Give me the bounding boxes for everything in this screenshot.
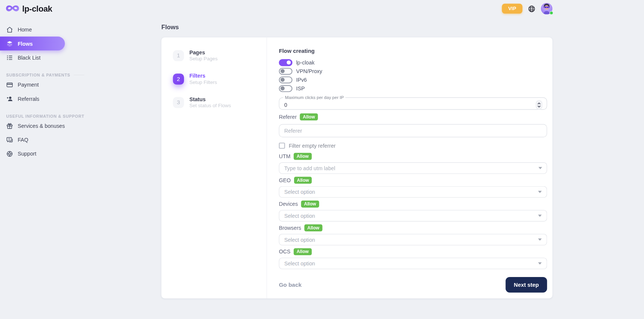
referer-input[interactable] — [279, 124, 547, 137]
step-subtitle: Set status of Flows — [189, 103, 231, 109]
person-add-icon — [6, 95, 13, 102]
toggle-row-ipv6: IPv6 — [279, 76, 547, 84]
brand-logo[interactable]: lp-cloak — [6, 4, 52, 13]
utm-label-row: UTM Allow — [279, 153, 547, 160]
utm-combo — [279, 162, 547, 174]
ocs-allow-badge[interactable]: Allow — [294, 248, 312, 255]
sidebar-item-home[interactable]: Home — [0, 22, 66, 36]
form-title: Flow creating — [279, 48, 547, 55]
chevron-down-icon — [538, 238, 542, 241]
flow-panel: 1 Pages Setup Pages 2 Filters Setup Filt… — [161, 37, 553, 298]
isp-toggle[interactable] — [279, 85, 292, 92]
sidebar-item-referrals[interactable]: Referrals — [0, 91, 66, 105]
toggle-label: ISP — [296, 85, 305, 91]
step-filters[interactable]: 2 Filters Setup Filters — [173, 71, 267, 87]
max-clicks-label: Maximum clicks per day per IP — [283, 95, 345, 100]
sidebar: lp-cloak Home Flows Black List SUBSCRIPT… — [0, 0, 66, 319]
divider — [73, 75, 84, 75]
geo-allow-badge[interactable]: Allow — [294, 177, 312, 184]
select-placeholder: Select option — [284, 237, 315, 243]
page-title: Flows — [161, 23, 179, 30]
vip-button[interactable]: VIP — [502, 4, 523, 13]
chevron-down-icon — [538, 191, 542, 193]
sidebar-item-faq[interactable]: ?! FAQ — [0, 133, 66, 147]
globe-icon[interactable] — [528, 5, 536, 13]
sidebar-item-label: Services & bonuses — [18, 123, 65, 129]
svg-text:?!: ?! — [8, 138, 10, 140]
toggle-label: IPv6 — [296, 76, 307, 82]
referer-label-row: Referer Allow — [279, 114, 547, 121]
sidebar-item-blacklist[interactable]: Black List — [0, 51, 66, 64]
sidebar-item-label: Payment — [18, 82, 39, 88]
max-clicks-input[interactable] — [284, 102, 536, 108]
flow-form: Flow creating lp-cloak VPN/Proxy IPv6 IS… — [267, 37, 553, 298]
online-status-dot — [550, 11, 553, 15]
referer-label: Referer — [279, 114, 297, 120]
browsers-allow-badge[interactable]: Allow — [305, 225, 323, 232]
utm-allow-badge[interactable]: Allow — [294, 153, 312, 160]
steps-column: 1 Pages Setup Pages 2 Filters Setup Filt… — [161, 37, 267, 298]
next-step-button[interactable]: Next step — [506, 277, 547, 293]
step-status[interactable]: 3 Status Set status of Flows — [173, 94, 267, 110]
ocs-label-row: OCS Allow — [279, 248, 547, 255]
utm-input[interactable] — [279, 162, 547, 174]
sidebar-item-label: Support — [18, 151, 36, 157]
ipv6-toggle[interactable] — [279, 76, 292, 83]
geo-select[interactable]: Select option — [279, 186, 547, 198]
devices-select[interactable]: Select option — [279, 210, 547, 222]
step-subtitle: Setup Filters — [189, 79, 217, 85]
app-root: lp-cloak Home Flows Black List SUBSCRIPT… — [0, 0, 644, 319]
ocs-select[interactable]: Select option — [279, 258, 547, 269]
sidebar-item-flows[interactable]: Flows — [0, 37, 65, 51]
browsers-select[interactable]: Select option — [279, 234, 547, 246]
number-stepper[interactable] — [536, 100, 543, 109]
toggle-row-vpn-proxy: VPN/Proxy — [279, 67, 547, 75]
lifebuoy-icon — [6, 150, 13, 157]
flows-stack-icon — [6, 40, 13, 47]
topbar: VIP — [502, 3, 553, 15]
toggle-label: lp-cloak — [296, 59, 314, 65]
toggle-row-isp: ISP — [279, 84, 547, 93]
chevron-down-icon — [538, 167, 542, 169]
mask-icon — [6, 4, 19, 13]
sidebar-item-services[interactable]: Services & bonuses — [0, 119, 66, 133]
referer-allow-badge[interactable]: Allow — [300, 114, 318, 121]
select-placeholder: Select option — [284, 213, 315, 219]
step-title: Filters — [189, 72, 217, 79]
devices-label-row: Devices Allow — [279, 201, 547, 208]
step-title: Status — [189, 96, 231, 103]
credit-card-icon — [6, 81, 13, 88]
section-header-subscription: SUBSCRIPTION & PAYMENTS — [6, 72, 66, 78]
stepper-arrows-icon — [537, 102, 541, 108]
geo-label-row: GEO Allow — [279, 177, 547, 184]
home-icon — [6, 26, 13, 33]
filter-empty-referrer-row: Filter empty referrer — [279, 142, 547, 149]
section-header-support: USEFUL INFORMATION & SUPPORT — [6, 113, 66, 118]
sidebar-item-support[interactable]: Support — [0, 147, 66, 160]
sidebar-item-label: Home — [18, 27, 32, 33]
devices-allow-badge[interactable]: Allow — [301, 201, 319, 208]
form-footer: Go back Next step — [279, 277, 547, 293]
go-back-button[interactable]: Go back — [279, 282, 302, 288]
ocs-label: OCS — [279, 249, 290, 255]
checkbox-label: Filter empty referrer — [289, 142, 336, 148]
sidebar-item-label: Referrals — [18, 96, 39, 102]
step-subtitle: Setup Pages — [189, 56, 217, 62]
toggle-label: VPN/Proxy — [296, 68, 322, 74]
gift-icon — [6, 122, 13, 129]
vpn-proxy-toggle[interactable] — [279, 67, 292, 75]
step-title: Pages — [189, 49, 217, 56]
toggle-row-lp-cloak: lp-cloak — [279, 58, 547, 67]
step-number: 1 — [173, 50, 184, 61]
sidebar-item-label: Black List — [18, 54, 40, 60]
sidebar-item-payment[interactable]: Payment — [0, 78, 66, 91]
toggle-group: lp-cloak VPN/Proxy IPv6 ISP — [279, 58, 547, 93]
filter-empty-referrer-checkbox[interactable] — [279, 142, 285, 148]
avatar[interactable] — [541, 3, 553, 15]
step-pages[interactable]: 1 Pages Setup Pages — [173, 48, 267, 63]
lp-cloak-toggle[interactable] — [279, 59, 292, 66]
browsers-label-row: Browsers Allow — [279, 225, 547, 232]
select-placeholder: Select option — [284, 189, 315, 195]
chevron-down-icon — [538, 262, 542, 265]
sidebar-item-label: FAQ — [18, 137, 28, 143]
